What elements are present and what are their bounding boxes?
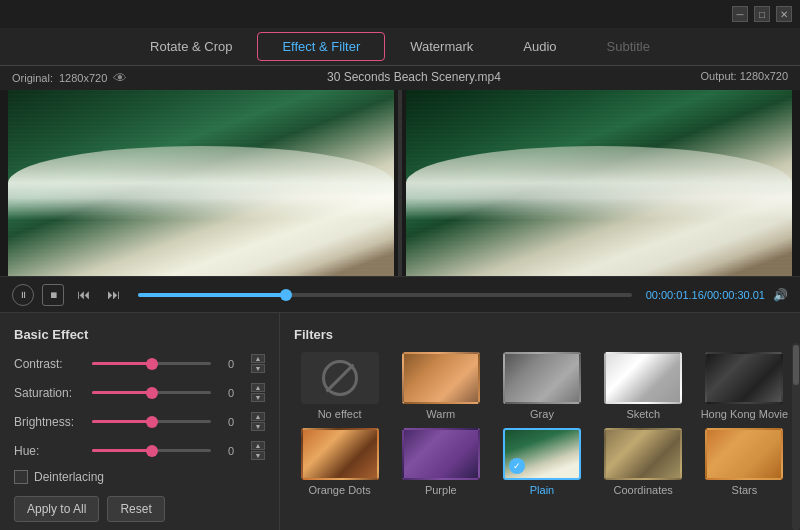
brightness-label: Brightness: [14, 415, 86, 429]
bottom-panel: Basic Effect Contrast: 0 ▲ ▼ Saturation:… [0, 312, 800, 530]
filter-hk-movie[interactable]: Hong Kong Movie [699, 352, 790, 420]
hue-slider[interactable] [92, 449, 211, 452]
tab-subtitle[interactable]: Subtitle [582, 32, 675, 61]
original-label: Original: [12, 72, 53, 84]
scrollbar-thumb[interactable] [793, 345, 799, 385]
contrast-value: 0 [217, 358, 245, 370]
saturation-label: Saturation: [14, 386, 86, 400]
filter-orange-dots[interactable]: Orange Dots [294, 428, 385, 496]
filter-thumb-orange [301, 428, 379, 480]
output-res: 1280x720 [740, 70, 788, 82]
basic-effect-title: Basic Effect [14, 327, 265, 342]
tabs-bar: Rotate & Crop Effect & Filter Watermark … [0, 28, 800, 66]
contrast-slider[interactable] [92, 362, 211, 365]
minimize-button[interactable]: ─ [732, 6, 748, 22]
output-label-group: Output: 1280x720 [701, 70, 788, 86]
tab-effect[interactable]: Effect & Filter [257, 32, 385, 61]
original-label-group: Original: 1280x720 👁 [12, 70, 127, 86]
filter-thumb-coords [604, 428, 682, 480]
hue-spinner[interactable]: ▲ ▼ [251, 441, 265, 460]
filters-scrollbar[interactable] [792, 343, 800, 530]
basic-effect-buttons: Apply to All Reset [14, 496, 265, 522]
brightness-fill [92, 420, 152, 423]
filter-label-plain: Plain [530, 484, 554, 496]
time-total: 00:00:30.01 [707, 289, 765, 301]
no-effect-circle [322, 360, 358, 396]
contrast-label: Contrast: [14, 357, 86, 371]
filter-label-no-effect: No effect [318, 408, 362, 420]
progress-thumb[interactable] [280, 289, 292, 301]
next-frame-button[interactable]: ⏭ [102, 284, 124, 306]
contrast-row: Contrast: 0 ▲ ▼ [14, 354, 265, 373]
filter-plain[interactable]: ✓ Plain [496, 428, 587, 496]
filter-thumb-no-effect [301, 352, 379, 404]
filter-purple[interactable]: Purple [395, 428, 486, 496]
close-button[interactable]: ✕ [776, 6, 792, 22]
video-labels: Original: 1280x720 👁 30 Seconds Beach Sc… [0, 66, 800, 90]
filter-label-purple: Purple [425, 484, 457, 496]
volume-icon[interactable]: 🔊 [773, 288, 788, 302]
contrast-spinner[interactable]: ▲ ▼ [251, 354, 265, 373]
saturation-spinner[interactable]: ▲ ▼ [251, 383, 265, 402]
brightness-up[interactable]: ▲ [251, 412, 265, 421]
brightness-slider[interactable] [92, 420, 211, 423]
filter-coordinates[interactable]: Coordinates [598, 428, 689, 496]
hue-row: Hue: 0 ▲ ▼ [14, 441, 265, 460]
tab-watermark[interactable]: Watermark [385, 32, 498, 61]
hue-up[interactable]: ▲ [251, 441, 265, 450]
filename: 30 Seconds Beach Scenery.mp4 [327, 70, 501, 86]
deinterlace-checkbox[interactable] [14, 470, 28, 484]
selected-checkmark: ✓ [509, 458, 525, 474]
brightness-thumb[interactable] [146, 416, 158, 428]
filter-no-effect[interactable]: No effect [294, 352, 385, 420]
output-label: Output: [701, 70, 737, 82]
basic-effect-panel: Basic Effect Contrast: 0 ▲ ▼ Saturation:… [0, 313, 280, 530]
title-bar: ─ □ ✕ [0, 0, 800, 28]
filter-label-coords: Coordinates [614, 484, 673, 496]
video-area: Original: 1280x720 👁 30 Seconds Beach Sc… [0, 66, 800, 276]
brightness-down[interactable]: ▼ [251, 422, 265, 431]
filter-stars[interactable]: Stars [699, 428, 790, 496]
filter-label-warm: Warm [426, 408, 455, 420]
contrast-up[interactable]: ▲ [251, 354, 265, 363]
filter-thumb-gray [503, 352, 581, 404]
progress-bar[interactable] [138, 293, 632, 297]
contrast-down[interactable]: ▼ [251, 364, 265, 373]
tab-rotate[interactable]: Rotate & Crop [125, 32, 257, 61]
saturation-up[interactable]: ▲ [251, 383, 265, 392]
filter-warm[interactable]: Warm [395, 352, 486, 420]
brightness-row: Brightness: 0 ▲ ▼ [14, 412, 265, 431]
hue-thumb[interactable] [146, 445, 158, 457]
original-res: 1280x720 [59, 72, 107, 84]
hue-down[interactable]: ▼ [251, 451, 265, 460]
progress-fill [138, 293, 286, 297]
filters-panel: Filters No effect Warm Gray [280, 313, 800, 530]
saturation-value: 0 [217, 387, 245, 399]
filter-label-gray: Gray [530, 408, 554, 420]
filter-label-hk: Hong Kong Movie [701, 408, 788, 420]
deinterlace-row: Deinterlacing [14, 470, 265, 484]
saturation-thumb[interactable] [146, 387, 158, 399]
maximize-button[interactable]: □ [754, 6, 770, 22]
apply-to-all-button[interactable]: Apply to All [14, 496, 99, 522]
stop-button[interactable]: ⏹ [42, 284, 64, 306]
reset-button[interactable]: Reset [107, 496, 164, 522]
filters-title: Filters [294, 327, 790, 342]
time-display: 00:00:01.16/00:00:30.01 [646, 289, 765, 301]
videos-container [0, 90, 800, 276]
filter-label-stars: Stars [732, 484, 758, 496]
filter-thumb-hk [705, 352, 783, 404]
visibility-icon[interactable]: 👁 [113, 70, 127, 86]
contrast-thumb[interactable] [146, 358, 158, 370]
filter-sketch[interactable]: Sketch [598, 352, 689, 420]
saturation-row: Saturation: 0 ▲ ▼ [14, 383, 265, 402]
pause-button[interactable]: ⏸ [12, 284, 34, 306]
deinterlace-label: Deinterlacing [34, 470, 104, 484]
filter-gray[interactable]: Gray [496, 352, 587, 420]
original-video-preview [8, 90, 394, 276]
saturation-down[interactable]: ▼ [251, 393, 265, 402]
brightness-spinner[interactable]: ▲ ▼ [251, 412, 265, 431]
prev-frame-button[interactable]: ⏮ [72, 284, 94, 306]
saturation-slider[interactable] [92, 391, 211, 394]
tab-audio[interactable]: Audio [498, 32, 581, 61]
